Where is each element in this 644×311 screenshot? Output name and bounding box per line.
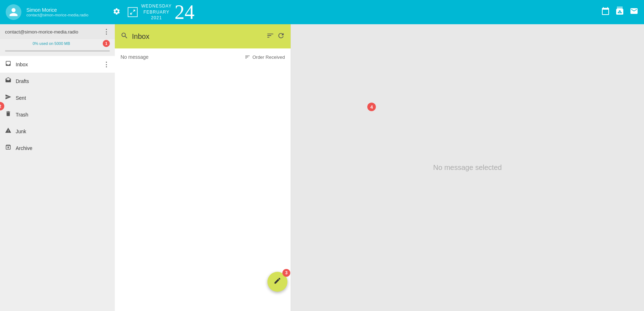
trash-label: Trash bbox=[16, 112, 110, 118]
sidebar-item-inbox[interactable]: Inbox ⋮ bbox=[0, 56, 115, 73]
trash-icon bbox=[5, 110, 11, 119]
search-title: Inbox bbox=[132, 32, 263, 41]
header-center: WEDNESDAY FEBRUARY 2021 24 bbox=[121, 2, 601, 22]
no-message-selected: No message selected bbox=[433, 164, 502, 172]
order-label: Order Received bbox=[252, 55, 285, 60]
middle-toolbar bbox=[266, 32, 285, 41]
middle-panel: Inbox No message Order Received bbox=[115, 24, 291, 311]
folder-list: 2 Inbox ⋮ Drafts Sent bbox=[0, 56, 115, 156]
archive-icon bbox=[5, 144, 11, 152]
sidebar-item-sent[interactable]: Sent bbox=[0, 89, 115, 106]
date-text: WEDNESDAY FEBRUARY 2021 bbox=[141, 3, 172, 21]
date-number: 24 bbox=[174, 2, 194, 22]
inbox-label: Inbox bbox=[16, 62, 99, 67]
middle-empty-row: No message Order Received bbox=[115, 48, 291, 66]
expand-icon[interactable] bbox=[128, 7, 138, 17]
user-email: contact@simon-morice-media.radio bbox=[26, 13, 88, 17]
storage-row: 0% used on 5000 MB 1 bbox=[0, 39, 115, 49]
account-menu-button[interactable]: ⋮ bbox=[103, 28, 110, 36]
account-email: contact@simon-morice-media.radio bbox=[5, 29, 78, 35]
no-message-text: No message bbox=[121, 54, 149, 60]
compose-icon bbox=[274, 277, 281, 287]
sent-icon bbox=[5, 94, 11, 102]
top-header: Simon Morice contact@simon-morice-media.… bbox=[0, 0, 644, 24]
junk-label: Junk bbox=[16, 129, 110, 134]
mail-icon[interactable] bbox=[630, 7, 638, 17]
storage-text: 0% used on 5000 MB bbox=[5, 41, 98, 46]
sidebar-item-drafts[interactable]: Drafts bbox=[0, 73, 115, 89]
order-received: Order Received bbox=[245, 54, 285, 60]
search-icon[interactable] bbox=[121, 32, 128, 41]
sidebar-item-trash[interactable]: Trash bbox=[0, 106, 115, 123]
compose-fab-container: 3 bbox=[267, 272, 287, 292]
settings-icon[interactable] bbox=[113, 7, 121, 17]
inbox-menu-button[interactable]: ⋮ bbox=[103, 61, 110, 68]
annotation-badge-4: 4 bbox=[367, 103, 376, 111]
account-row: contact@simon-morice-media.radio ⋮ bbox=[0, 24, 115, 39]
right-panel: 4 No message selected bbox=[291, 24, 644, 311]
search-bar: Inbox bbox=[115, 24, 291, 48]
date-month: FEBRUARY bbox=[141, 9, 172, 15]
drafts-icon bbox=[5, 77, 11, 85]
junk-icon bbox=[5, 127, 11, 135]
user-name: Simon Morice bbox=[26, 7, 88, 13]
inbox-icon bbox=[5, 60, 11, 68]
date-box: WEDNESDAY FEBRUARY 2021 24 bbox=[141, 2, 194, 22]
archive-label: Archive bbox=[16, 145, 110, 151]
date-day: WEDNESDAY bbox=[141, 3, 172, 9]
sidebar: contact@simon-morice-media.radio ⋮ 0% us… bbox=[0, 24, 115, 311]
avatar[interactable] bbox=[6, 4, 21, 20]
refresh-icon[interactable] bbox=[277, 32, 285, 41]
sidebar-item-archive[interactable]: Archive bbox=[0, 140, 115, 156]
date-year: 2021 bbox=[141, 15, 172, 21]
sent-label: Sent bbox=[16, 95, 110, 101]
annotation-badge-3: 3 bbox=[282, 269, 290, 277]
storage-bar bbox=[5, 50, 110, 52]
user-info: Simon Morice contact@simon-morice-media.… bbox=[21, 7, 93, 17]
header-left: Simon Morice contact@simon-morice-media.… bbox=[6, 4, 121, 20]
drafts-label: Drafts bbox=[16, 78, 110, 84]
header-right bbox=[601, 7, 638, 17]
contacts-icon[interactable] bbox=[615, 7, 624, 17]
annotation-badge-1: 1 bbox=[103, 40, 110, 47]
calendar-icon[interactable] bbox=[601, 7, 610, 17]
sidebar-item-junk[interactable]: Junk bbox=[0, 123, 115, 140]
sort-icon[interactable] bbox=[266, 32, 274, 41]
main-content: contact@simon-morice-media.radio ⋮ 0% us… bbox=[0, 24, 644, 311]
